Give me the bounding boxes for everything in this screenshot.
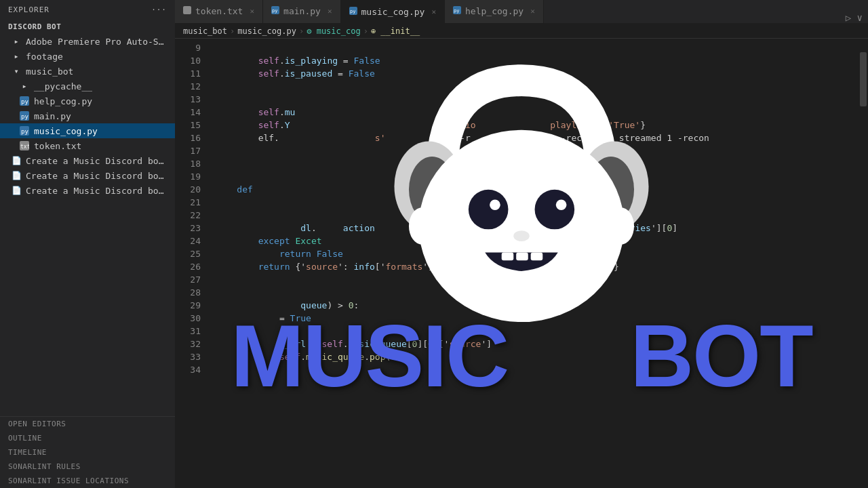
code-line-27 (216, 273, 860, 286)
svg-rect-8 (183, 6, 191, 14)
line-number-20: 20 (175, 183, 201, 196)
breadcrumb-part1: music_bot (183, 26, 227, 36)
line-number-25: 25 (175, 247, 201, 260)
line-number-21: 21 (175, 196, 201, 209)
sidebar-item-label-token-txt: token.txt (34, 141, 81, 151)
line-number-9: 9 (175, 41, 201, 54)
sidebar-item-label-create1: Create a Music Discord bot usi... (26, 156, 167, 166)
code-content[interactable]: self.is_playing = False self.is_paused =… (208, 39, 868, 488)
tab-help-cog-tab[interactable]: pyhelp_cog.py✕ (445, 0, 544, 23)
sidebar-bottom-sonarlint-rules[interactable]: SONARLINT RULES (0, 460, 175, 474)
tab-close-help-cog-tab[interactable]: ✕ (530, 7, 535, 16)
code-line-14: self.mu (216, 106, 860, 119)
tab-token-tab[interactable]: token.txt✕ (175, 0, 263, 23)
code-line-16: elf. s' -r t 1 -reconnect_streamed 1 -re… (216, 131, 860, 144)
code-line-18 (216, 157, 860, 170)
svg-text:py: py (21, 128, 28, 135)
line-number-15: 15 (175, 119, 201, 131)
line-number-19: 19 (175, 170, 201, 183)
tab-close-main-tab[interactable]: ✕ (328, 7, 332, 16)
sidebar-item-icon-music-bot: ▾ (11, 66, 22, 77)
line-number-23: 23 (175, 222, 201, 235)
editor-scrollbar-thumb[interactable] (860, 52, 867, 106)
sidebar-header: EXPLORER ··· (0, 0, 175, 20)
sidebar-items-container: ▸Adobe Premiere Pro Auto-Save▸footage▾mu… (0, 34, 175, 198)
line-number-13: 13 (175, 93, 201, 106)
sidebar-item-label-create2: Create a Music Discord bot usi... (26, 171, 167, 181)
line-number-17: 17 (175, 144, 201, 157)
code-line-29: queue) > 0: (216, 299, 860, 312)
sidebar-actions[interactable]: ··· (151, 5, 167, 14)
tab-music-cog-tab[interactable]: pymusic_cog.py✕ (341, 0, 446, 23)
editor-area: 9101112131415161718192021222324252627282… (175, 39, 868, 488)
breadcrumb-sep1: › (230, 26, 235, 36)
sidebar-item-icon-token-txt: txt (19, 140, 30, 151)
line-number-32: 32 (175, 338, 201, 350)
sidebar-item-adobe-premiere[interactable]: ▸Adobe Premiere Pro Auto-Save (0, 34, 175, 49)
sidebar-item-create1[interactable]: 📄Create a Music Discord bot usi... (0, 153, 175, 168)
sidebar-bottom-open-editors[interactable]: OPEN EDITORS (0, 417, 175, 431)
line-number-11: 11 (175, 67, 201, 80)
sidebar-item-token-txt[interactable]: txttoken.txt (0, 138, 175, 153)
code-line-13 (216, 93, 860, 106)
svg-text:py: py (350, 9, 355, 14)
line-number-27: 27 (175, 273, 201, 286)
sidebar-item-icon-help-cog: py (19, 96, 30, 106)
sidebar-item-icon-main-py: py (19, 110, 30, 121)
tabs-container: token.txt✕pymain.py✕pymusic_cog.py✕pyhel… (175, 0, 544, 23)
sidebar-item-label-pycache: __pycache__ (34, 81, 92, 92)
sidebar-item-help-cog[interactable]: pyhelp_cog.py (0, 94, 175, 108)
sidebar-item-icon-pycache: ▸ (19, 81, 30, 92)
sidebar-item-create2[interactable]: 📄Create a Music Discord bot usi... (0, 168, 175, 183)
code-line-15: self.Y audio playlist': 'True'} (216, 119, 860, 131)
tab-main-tab[interactable]: pymain.py✕ (263, 0, 340, 23)
code-line-10: self.is_playing = False (216, 54, 860, 67)
sidebar-item-label-footage: footage (26, 52, 63, 62)
tab-icon-main-tab: py (271, 6, 279, 16)
tabs-actions[interactable]: ▷ ∨ (840, 12, 868, 23)
tab-icon-help-cog-tab: py (453, 6, 461, 16)
tab-icon-token-tab (183, 6, 191, 16)
code-line-22 (216, 209, 860, 222)
sidebar-bottom-outline[interactable]: OUTLINE (0, 431, 175, 445)
sidebar-item-icon-footage: ▸ (11, 51, 22, 62)
svg-text:py: py (21, 113, 28, 120)
sidebar-section: DISCORD BOT (0, 20, 175, 34)
sidebar-item-icon-create2: 📄 (11, 170, 22, 181)
tab-close-music-cog-tab[interactable]: ✕ (431, 7, 436, 16)
tab-label-music-cog-tab: music_cog.py (361, 7, 425, 17)
line-number-29: 29 (175, 299, 201, 312)
sidebar: EXPLORER ··· DISCORD BOT ▸Adobe Premiere… (0, 0, 175, 488)
code-line-31 (216, 325, 860, 338)
line-number-12: 12 (175, 80, 201, 93)
code-line-32: m_url = self.music_queue[0][0]['source'] (216, 338, 860, 350)
sidebar-bottom-timeline[interactable]: TIMELINE (0, 445, 175, 460)
breadcrumb-sep2: › (299, 26, 304, 36)
line-number-16: 16 (175, 131, 201, 144)
sidebar-item-icon-create3: 📄 (11, 185, 22, 196)
explorer-label: EXPLORER (8, 5, 50, 14)
sidebar-item-footage[interactable]: ▸footage (0, 49, 175, 64)
line-number-30: 30 (175, 312, 201, 325)
tab-close-token-tab[interactable]: ✕ (250, 7, 254, 16)
code-line-9 (216, 41, 860, 54)
code-line-34 (216, 363, 860, 376)
editor-scrollbar[interactable] (859, 39, 868, 488)
sidebar-item-pycache[interactable]: ▸__pycache__ (0, 79, 175, 94)
sidebar-bottom-sonarlint-issues[interactable]: SONARLINT ISSUE LOCATIONS (0, 474, 175, 488)
sidebar-item-music-bot[interactable]: ▾music_bot (0, 64, 175, 79)
line-number-31: 31 (175, 325, 201, 338)
breadcrumb-part3: ⚙ music_cog (307, 26, 360, 36)
code-line-12 (216, 80, 860, 93)
sidebar-item-music-cog[interactable]: pymusic_cog.py (0, 123, 175, 138)
code-line-33: self.music_queue.pop(0) (216, 350, 860, 363)
code-line-25: return False (216, 247, 860, 260)
tab-icon-music-cog-tab: py (349, 7, 357, 17)
breadcrumb-sep3: › (363, 26, 368, 36)
line-number-22: 22 (175, 209, 201, 222)
sidebar-bottom: OPEN EDITORSOUTLINETIMELINESONARLINT RUL… (0, 416, 175, 488)
sidebar-item-label-adobe-premiere: Adobe Premiere Pro Auto-Save (26, 37, 167, 47)
code-line-17 (216, 144, 860, 157)
sidebar-item-create3[interactable]: 📄Create a Music Discord bot usi... (0, 183, 175, 198)
sidebar-item-main-py[interactable]: pymain.py (0, 108, 175, 123)
